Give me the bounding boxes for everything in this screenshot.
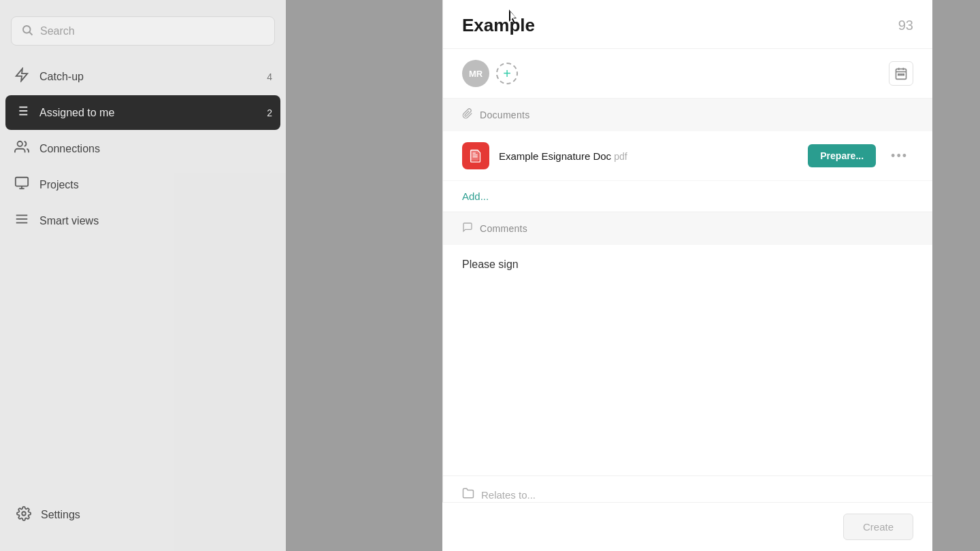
search-input-placeholder: Search: [40, 25, 75, 37]
sidebar-item-settings[interactable]: Settings: [14, 498, 272, 532]
main-panel: Example 93 MR +: [442, 0, 932, 551]
add-document-link[interactable]: Add...: [443, 181, 932, 212]
sidebar-item-catchup-count: 4: [267, 71, 272, 82]
svg-rect-25: [472, 154, 477, 155]
connections-icon: [14, 139, 30, 158]
documents-section-title: Documents: [480, 110, 530, 120]
members-left: MR +: [462, 60, 518, 87]
document-ext: pdf: [614, 151, 627, 162]
sidebar-bottom: Settings: [0, 490, 286, 540]
sidebar-item-smartviews[interactable]: Smart views: [5, 203, 280, 238]
svg-rect-21: [898, 74, 900, 76]
panel-footer: Create: [442, 502, 932, 551]
panel-header: Example 93: [443, 0, 932, 49]
prepare-button[interactable]: Prepare...: [808, 144, 876, 167]
comments-section-title: Comments: [480, 223, 527, 234]
avatar-mr[interactable]: MR: [462, 60, 489, 87]
sidebar-item-projects-label: Projects: [39, 179, 272, 191]
document-type-icon: [462, 142, 489, 169]
document-name: Example Esignature Doc pdf: [499, 150, 798, 162]
sidebar-item-smartviews-label: Smart views: [39, 215, 272, 227]
panel-members-row: MR +: [443, 49, 932, 99]
comments-section-header: Comments: [443, 212, 932, 245]
relates-icon: [462, 487, 474, 503]
search-bar[interactable]: Search: [11, 16, 275, 46]
sidebar-item-assigned-label: Assigned to me: [39, 107, 257, 119]
sidebar-item-catchup-label: Catch-up: [39, 71, 257, 83]
svg-point-16: [22, 512, 26, 516]
calendar-button[interactable]: [889, 61, 913, 86]
sidebar-item-assigned[interactable]: Assigned to me 2: [5, 95, 280, 130]
sidebar: Search Catch-up 4: [0, 0, 286, 551]
svg-rect-22: [900, 74, 902, 76]
settings-label: Settings: [41, 509, 80, 521]
svg-rect-26: [472, 156, 477, 157]
add-member-icon: +: [503, 66, 511, 82]
panel-count: 93: [898, 18, 913, 33]
projects-icon: [14, 176, 30, 194]
panel-title: Example: [462, 15, 535, 36]
add-member-button[interactable]: +: [496, 63, 518, 84]
svg-point-9: [18, 141, 22, 146]
sidebar-item-assigned-count: 2: [267, 107, 272, 118]
sidebar-item-projects[interactable]: Projects: [5, 167, 280, 202]
document-item: Example Esignature Doc pdf Prepare... ••…: [443, 131, 932, 181]
more-options-button[interactable]: •••: [885, 146, 913, 166]
nav-items: Catch-up 4 Assigned to me 2: [0, 59, 286, 490]
avatar-initials: MR: [469, 69, 483, 79]
svg-rect-27: [472, 152, 476, 153]
sidebar-item-catchup[interactable]: Catch-up 4: [5, 59, 280, 94]
search-icon: [21, 24, 33, 38]
sidebar-item-connections-label: Connections: [39, 143, 272, 155]
settings-icon: [16, 506, 31, 524]
assigned-icon: [14, 103, 30, 122]
svg-rect-23: [903, 74, 904, 76]
documents-section-header: Documents: [443, 99, 932, 131]
smartviews-icon: [14, 212, 30, 230]
svg-line-1: [29, 32, 32, 35]
svg-point-0: [23, 26, 31, 33]
comment-area: Please sign: [443, 245, 932, 476]
catchup-icon: [14, 67, 30, 86]
comment-text: Please sign: [462, 258, 519, 270]
svg-rect-10: [16, 178, 28, 186]
relates-to-label: Relates to...: [481, 489, 536, 501]
documents-icon: [462, 108, 473, 122]
comments-icon: [462, 222, 473, 235]
sidebar-item-connections[interactable]: Connections: [5, 131, 280, 166]
svg-marker-2: [16, 69, 28, 81]
create-button[interactable]: Create: [843, 514, 913, 540]
